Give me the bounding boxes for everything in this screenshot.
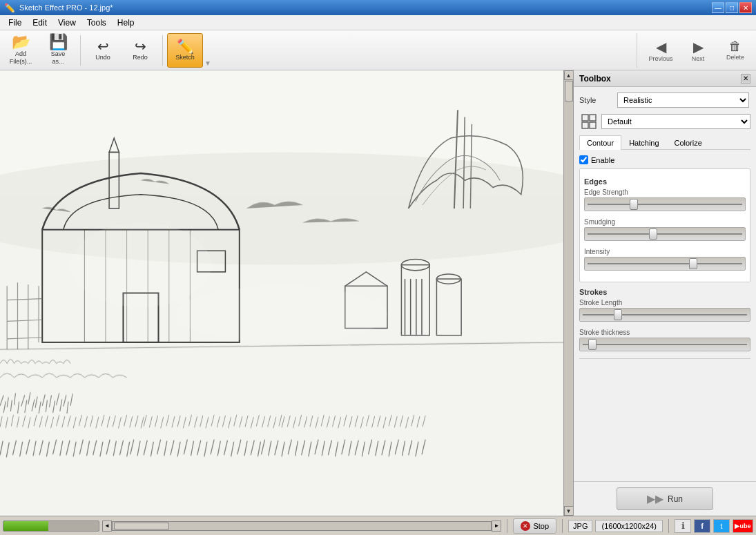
undo-button[interactable]: ↩ Undo [85, 33, 121, 68]
delete-icon: 🗑 [729, 39, 742, 54]
tab-hatching[interactable]: Hatching [621, 135, 666, 150]
stroke-thickness-label: Stroke thickness [579, 329, 750, 336]
facebook-icon: f [701, 522, 704, 530]
info-button[interactable]: ℹ [675, 519, 691, 533]
maximize-button[interactable]: □ [726, 2, 738, 13]
toolbox-panel: Toolbox ✕ Style Realistic Pencil Charcoa… [573, 70, 756, 516]
size-text: (1600x1200x24) [601, 522, 657, 530]
canvas-area[interactable] [0, 70, 563, 516]
presets-icon [579, 112, 599, 131]
twitter-button[interactable]: t [713, 519, 730, 533]
progress-fill [3, 521, 48, 531]
smudging-slider[interactable] [584, 227, 746, 241]
window-controls: — □ ✕ [712, 2, 752, 13]
scroll-up-button[interactable]: ▲ [564, 70, 574, 80]
hscroll-left-button[interactable]: ◄ [102, 521, 112, 532]
smudging-label: Smudging [584, 218, 746, 226]
save-as-button[interactable]: 💾 Saveas... [40, 33, 76, 68]
sketch-button[interactable]: ✏️ Sketch [167, 33, 203, 68]
hscroll-track[interactable] [112, 521, 492, 531]
twitter-icon: t [720, 522, 722, 530]
status-bar: ◄ ► ✕ Stop JPG (1600x1200x24) ℹ f t ▶ube [0, 516, 756, 535]
close-button[interactable]: ✕ [739, 2, 752, 13]
stroke-length-group: Stroke Length [579, 299, 750, 322]
youtube-button[interactable]: ▶ube [733, 519, 753, 533]
toolbar: 📂 AddFile(s)... 💾 Saveas... ↩ Undo ↪ Red… [0, 30, 756, 70]
enable-row: Enable [579, 155, 750, 164]
title-bar: ✏️ Sketch Effect PRO - 12.jpg* — □ ✕ [0, 0, 756, 15]
redo-icon: ↪ [135, 39, 146, 53]
facebook-button[interactable]: f [694, 519, 710, 533]
status-separator-1 [507, 519, 507, 533]
save-icon: 💾 [49, 35, 68, 50]
info-icon: ℹ [681, 521, 685, 531]
tabs-row: Contour Hatching Colorize [579, 135, 750, 150]
toolbox-content: Style Realistic Pencil Charcoal [574, 87, 756, 481]
sketch-icon: ✏️ [177, 39, 194, 53]
redo-button[interactable]: ↪ Redo [122, 33, 158, 68]
format-text: JPG [573, 522, 588, 530]
run-arrow-icon: ▶▶ [647, 492, 663, 505]
menu-item-edit[interactable]: Edit [27, 17, 52, 29]
tab-contour[interactable]: Contour [579, 135, 621, 150]
toolbar-separator [80, 35, 81, 66]
smudging-group: Smudging [584, 218, 746, 241]
menu-item-file[interactable]: File [3, 17, 27, 29]
svg-rect-36 [582, 115, 588, 121]
scroll-track[interactable] [564, 80, 574, 506]
main-area: ▲ ▼ Toolbox ✕ Style Realistic Pencil Cha… [0, 70, 756, 516]
progress-track [3, 521, 99, 532]
strokes-section-title: Strokes [579, 288, 750, 296]
stroke-length-slider[interactable] [579, 308, 750, 322]
toolbox-close-button[interactable]: ✕ [741, 74, 750, 84]
app-icon: ✏️ [4, 3, 15, 13]
format-badge: JPG [568, 520, 592, 532]
edges-section-title: Edges [584, 177, 746, 186]
run-label: Run [668, 494, 683, 504]
spacer [579, 364, 750, 378]
menu-item-view[interactable]: View [52, 17, 81, 29]
tab-colorize[interactable]: Colorize [667, 135, 710, 150]
menu-bar: File Edit View Tools Help [0, 15, 756, 30]
divider [579, 358, 750, 359]
edges-box: Edges Edge Strength Smudging [579, 168, 750, 282]
svg-point-35 [176, 286, 387, 342]
stroke-length-label: Stroke Length [579, 299, 750, 307]
minimize-button[interactable]: — [712, 2, 724, 13]
delete-button[interactable]: 🗑 Delete [717, 33, 753, 68]
next-icon: ▶ [693, 39, 704, 55]
enable-label: Enable [591, 156, 614, 164]
run-button[interactable]: ▶▶ Run [617, 487, 713, 510]
stroke-thickness-group: Stroke thickness [579, 329, 750, 351]
stop-button[interactable]: ✕ Stop [513, 518, 556, 534]
edge-strength-label: Edge Strength [584, 188, 746, 196]
previous-icon: ◀ [656, 39, 666, 55]
next-button[interactable]: ▶ Next [680, 33, 716, 68]
presets-select[interactable]: Default Soft Hard Dark [601, 114, 750, 129]
stop-label: Stop [533, 522, 549, 530]
style-select[interactable]: Realistic Pencil Charcoal [617, 93, 749, 108]
hscroll-right-button[interactable]: ► [492, 521, 501, 532]
intensity-label: Intensity [584, 248, 746, 255]
add-files-button[interactable]: 📂 AddFile(s)... [3, 33, 39, 68]
previous-button[interactable]: ◀ Previous [643, 33, 679, 68]
menu-item-tools[interactable]: Tools [81, 17, 112, 29]
stroke-thickness-slider[interactable] [579, 338, 750, 351]
svg-point-34 [70, 223, 211, 307]
style-row: Style Realistic Pencil Charcoal [579, 93, 750, 108]
enable-checkbox[interactable] [579, 155, 588, 164]
scroll-down-button[interactable]: ▼ [564, 506, 574, 516]
add-files-icon: 📂 [12, 35, 30, 50]
style-label: Style [579, 96, 617, 104]
scroll-thumb[interactable] [565, 81, 573, 101]
menu-item-help[interactable]: Help [112, 17, 140, 29]
vertical-scrollbar[interactable]: ▲ ▼ [563, 70, 573, 516]
horizontal-scroll-area[interactable]: ◄ ► [102, 520, 501, 532]
sketch-canvas [0, 70, 563, 516]
run-area: ▶▶ Run [574, 481, 756, 516]
hscroll-thumb[interactable] [114, 523, 169, 529]
edge-strength-slider[interactable] [584, 197, 746, 211]
intensity-slider[interactable] [584, 257, 746, 271]
svg-rect-38 [582, 122, 588, 128]
youtube-icon: ▶ube [735, 523, 750, 529]
